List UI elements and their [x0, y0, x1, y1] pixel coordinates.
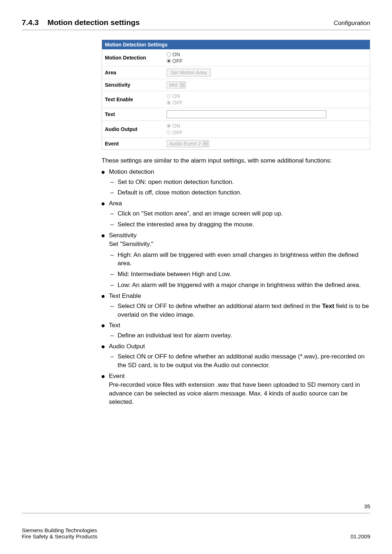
item-title: Text Enable: [109, 292, 141, 299]
footer-divider: [22, 513, 370, 513]
config-label: Configuration: [334, 20, 370, 27]
row-motion-detection: Motion Detection ON OFF: [102, 49, 370, 66]
row-sensitivity: Sensitivity Mid: [102, 79, 370, 91]
radio-text-enable-off[interactable]: OFF: [167, 100, 367, 106]
label-event: Event: [105, 141, 167, 147]
item-title: Sensitivity: [109, 232, 137, 239]
item-title: Area: [109, 200, 122, 207]
panel-header: Motion Detection Settings: [102, 40, 370, 49]
sub-item: Select ON or OFF to define whether an ad…: [109, 352, 370, 370]
sub-item: Select ON or OFF to define whether an ad…: [109, 302, 370, 319]
row-text-enable: Text Enable ON OFF: [102, 91, 370, 108]
item-title: Audio Output: [109, 343, 145, 350]
item-title: Motion detection: [109, 168, 154, 175]
list-item-text: Text Define an individual text for alarm…: [102, 322, 370, 340]
sub-item: Click on "Set motion area", and an image…: [109, 209, 370, 218]
radio-label-on: ON: [172, 93, 180, 99]
radio-icon: [167, 52, 171, 57]
section-heading: 7.4.3Motion detection settings: [22, 18, 140, 27]
label-audio-output: Audio Output: [105, 126, 167, 132]
main-list: Motion detection Set to ON: open motion …: [102, 168, 370, 407]
list-item-motion-detection: Motion detection Set to ON: open motion …: [102, 168, 370, 197]
radio-label-off: OFF: [172, 100, 183, 106]
radio-text-enable-on[interactable]: ON: [167, 93, 367, 99]
radio-icon: [167, 124, 171, 128]
section-number: 7.4.3: [22, 18, 39, 27]
page-number: 35: [22, 503, 370, 509]
event-select[interactable]: Audio Event 2: [167, 140, 209, 147]
list-item-audio-output: Audio Output Select ON or OFF to define …: [102, 343, 370, 370]
row-area: Area Set Motion Area: [102, 66, 370, 79]
sub-item: Mid: Intermediate between High and Low.: [109, 270, 370, 279]
motion-detection-settings-panel: Motion Detection Settings Motion Detecti…: [102, 40, 370, 150]
footer-left-2: Fire Safety & Security Products: [22, 533, 97, 539]
text-input[interactable]: [167, 110, 326, 118]
sub-item: Default is off, close motion detection f…: [109, 188, 370, 197]
radio-motion-off[interactable]: OFF: [167, 58, 367, 64]
list-item-text-enable: Text Enable Select ON or OFF to define w…: [102, 292, 370, 319]
sub-item: Select the interested area by dragging t…: [109, 220, 370, 229]
radio-icon: [167, 100, 171, 105]
chevron-down-icon: [203, 141, 208, 146]
footer-left-1: Siemens Building Technologies: [22, 527, 97, 533]
radio-audio-off[interactable]: OFF: [167, 130, 367, 135]
set-motion-area-button[interactable]: Set Motion Area: [167, 69, 211, 77]
row-event: Event Audio Event 2: [102, 138, 370, 149]
select-value: Mid: [169, 82, 177, 88]
radio-audio-on[interactable]: ON: [167, 123, 367, 129]
sub-text-pre: Select ON or OFF to define whether an ad…: [118, 303, 322, 309]
radio-icon: [167, 130, 171, 135]
header-divider: [22, 30, 370, 30]
radio-icon: [167, 59, 171, 63]
label-area: Area: [105, 70, 167, 75]
footer: 35 Siemens Building Technologies Fire Sa…: [22, 503, 370, 539]
item-desc: Set "Sensitivity.": [109, 240, 370, 249]
list-item-event: Event Pre-recorded voice files with exte…: [102, 373, 370, 406]
sub-text-bold: Text: [322, 303, 334, 309]
radio-label-on: ON: [172, 123, 180, 129]
sub-item: Set to ON: open motion detection functio…: [109, 178, 370, 186]
sub-item: High: An alarm will be triggered with ev…: [109, 251, 370, 268]
sub-item: Low: An alarm will be triggered with a m…: [109, 281, 370, 290]
footer-right: 01.2009: [351, 533, 370, 539]
label-motion-detection: Motion Detection: [105, 55, 167, 61]
sensitivity-select[interactable]: Mid: [167, 81, 186, 89]
list-item-sensitivity: Sensitivity Set "Sensitivity." High: An …: [102, 232, 370, 290]
item-desc: Pre-recorded voice files with extension …: [109, 381, 370, 406]
radio-motion-on[interactable]: ON: [167, 52, 367, 57]
radio-label-off: OFF: [172, 58, 183, 64]
label-sensitivity: Sensitivity: [105, 82, 167, 88]
chevron-down-icon: [180, 82, 185, 87]
section-title: Motion detection settings: [48, 18, 140, 26]
select-value: Audio Event 2: [169, 141, 201, 147]
item-title: Text: [109, 322, 120, 329]
radio-icon: [167, 94, 171, 98]
row-text: Text: [102, 108, 370, 121]
item-title: Event: [109, 373, 124, 379]
radio-label-on: ON: [172, 52, 180, 57]
radio-label-off: OFF: [172, 130, 183, 135]
label-text: Text: [105, 111, 167, 117]
intro-text: These settings are similar to the alarm …: [102, 156, 370, 165]
sub-item: Define an individual text for alarm over…: [109, 331, 370, 340]
row-audio-output: Audio Output ON OFF: [102, 121, 370, 138]
list-item-area: Area Click on "Set motion area", and an …: [102, 200, 370, 229]
label-text-enable: Text Enable: [105, 97, 167, 102]
